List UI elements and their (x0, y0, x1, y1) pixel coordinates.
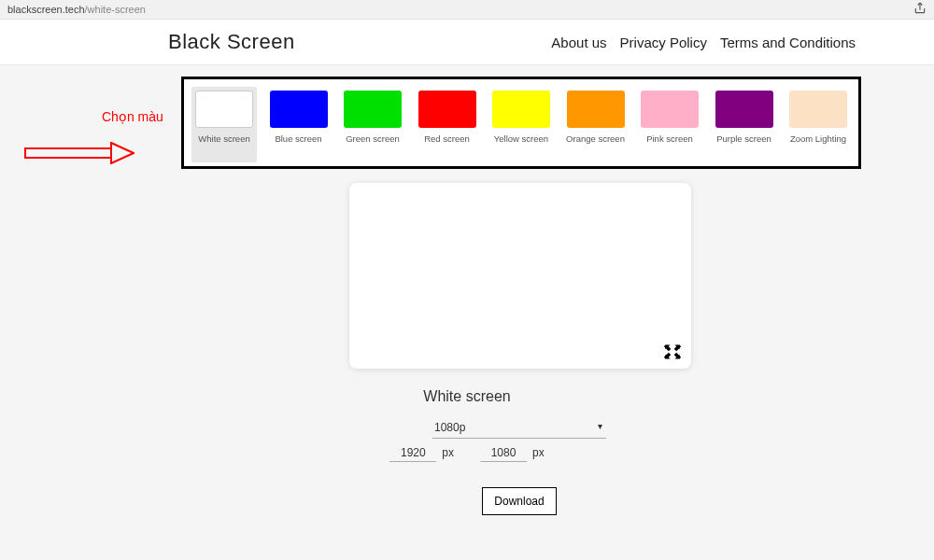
swatch-red[interactable]: Red screen (415, 91, 480, 162)
swatch-pink[interactable]: Pink screen (637, 91, 702, 162)
unit-label: px (532, 446, 545, 459)
site-brand[interactable]: Black Screen (168, 30, 295, 54)
width-input[interactable] (389, 444, 436, 462)
swatch-zoom-lighting[interactable]: Zoom Lighting (785, 91, 851, 162)
svg-rect-0 (25, 148, 111, 158)
swatch-white[interactable]: White screen (191, 87, 257, 162)
share-icon[interactable] (913, 2, 927, 17)
swatch-purple[interactable]: Purple screen (712, 91, 777, 162)
swatch-color (270, 91, 328, 128)
unit-label: px (442, 446, 454, 459)
swatch-color (492, 91, 550, 128)
swatch-color (344, 91, 402, 128)
swatch-color (195, 91, 253, 128)
nav-terms[interactable]: Terms and Conditions (720, 35, 856, 50)
expand-fullscreen-icon[interactable] (663, 343, 682, 361)
site-header: Black Screen About us Privacy Policy Ter… (0, 20, 934, 65)
url-text: blackscreen.tech/white-screen (7, 4, 913, 15)
download-button[interactable]: Download (482, 487, 557, 515)
resolution-select[interactable]: 1080p (432, 417, 606, 439)
height-input[interactable] (480, 444, 527, 462)
swatch-green[interactable]: Green screen (340, 91, 405, 162)
swatch-color (789, 91, 847, 128)
swatch-color (567, 91, 625, 128)
header-nav: About us Privacy Policy Terms and Condit… (551, 35, 856, 50)
swatch-color (715, 91, 773, 128)
screen-preview (349, 183, 691, 369)
annotation-arrow-icon (24, 142, 134, 164)
swatch-color (418, 91, 476, 128)
swatch-color (641, 91, 699, 128)
swatch-blue[interactable]: Blue screen (266, 91, 332, 162)
nav-privacy[interactable]: Privacy Policy (620, 35, 707, 50)
annotation-choose-color: Chọn màu (102, 109, 163, 124)
dimension-row: px px (0, 444, 934, 462)
swatch-orange[interactable]: Orange screen (563, 91, 629, 162)
swatch-yellow[interactable]: Yellow screen (488, 91, 554, 162)
color-picker-strip: White screen Blue screen Green screen Re… (181, 77, 861, 169)
current-screen-title: White screen (0, 388, 934, 405)
nav-about[interactable]: About us (551, 35, 606, 50)
browser-address-bar: blackscreen.tech/white-screen (0, 0, 934, 20)
